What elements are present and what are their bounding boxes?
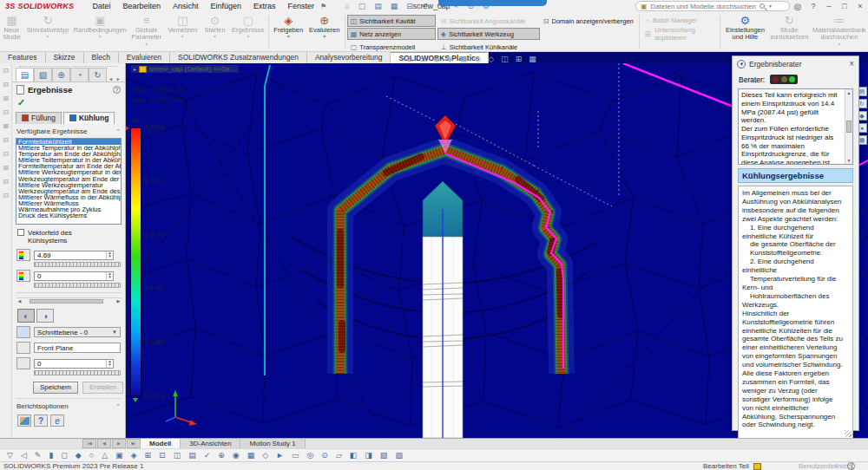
side-tool-icon[interactable]: ⊡ bbox=[3, 192, 9, 199]
sketch-tool-icon[interactable]: ◫ bbox=[174, 451, 181, 460]
section-plane-select[interactable]: Schnittebene - 0▼ bbox=[34, 327, 121, 337]
max-scale-icon[interactable] bbox=[16, 249, 30, 261]
toggle-cooling-channels[interactable]: ⊥ Sichtbarkeit Kühlkanäle bbox=[437, 41, 540, 53]
tab-zusatzanwendungen[interactable]: SOLIDWORKS Zusatzanwendungen bbox=[170, 52, 307, 63]
release-button[interactable]: ◈ Freigeben▾ bbox=[271, 12, 306, 51]
settings-help-button[interactable]: ⚙ Einstellungen und Hilfe bbox=[722, 12, 768, 51]
side-tool-icon[interactable]: ⊡ bbox=[3, 108, 9, 116]
sketch-tool-icon[interactable]: ► bbox=[276, 451, 284, 460]
sketch-tool-icon[interactable]: ✎ bbox=[35, 451, 42, 460]
tab-skizze[interactable]: Skizze bbox=[46, 52, 84, 63]
duplicate-study-button[interactable]: ⊞ Untersuchung duplizieren bbox=[641, 28, 719, 39]
min-value-input[interactable] bbox=[35, 272, 106, 280]
material-database-button[interactable]: ≔ Materialdatenbank durchsuchen▾ bbox=[811, 12, 868, 51]
first-tab-button[interactable]: |◀ bbox=[82, 439, 96, 448]
results-listbox[interactable]: FormteilabkühlzeitMittlere Temperatur in… bbox=[16, 138, 122, 225]
sketch-tool-icon[interactable]: ◇ bbox=[262, 451, 268, 460]
sketch-tool-icon[interactable]: ▱ bbox=[336, 451, 342, 460]
quick-access-icon[interactable]: ↶ bbox=[418, 2, 433, 10]
offset-spin-arrows[interactable]: ▲▼ bbox=[106, 360, 113, 368]
sketch-tool-icon[interactable]: △ bbox=[102, 451, 108, 460]
sketch-tool-icon[interactable]: ⊙ bbox=[321, 451, 328, 460]
simulation-type-button[interactable]: ↻ Simulationstyp▾ bbox=[23, 12, 72, 51]
view-tool-icon[interactable]: ◉ bbox=[433, 55, 440, 63]
save-button[interactable]: Speichern bbox=[33, 382, 78, 394]
sketch-tool-icon[interactable]: ✓ bbox=[204, 451, 211, 460]
sketch-tool-icon[interactable]: ◻ bbox=[61, 451, 67, 460]
max-spin-arrows[interactable]: ▲▼ bbox=[106, 251, 113, 259]
view-tool-icon[interactable]: ⊡ bbox=[420, 55, 427, 63]
sketch-tool-icon[interactable]: ▦ bbox=[247, 451, 255, 460]
tab-configuration-icon[interactable]: ⊕ bbox=[52, 68, 70, 82]
viewport-tree-label[interactable]: ▸ screw_cap (Default) <<De... bbox=[131, 65, 239, 73]
side-tool-icon[interactable]: ⊡ bbox=[3, 150, 9, 158]
tab-features[interactable]: Features bbox=[0, 52, 46, 63]
toggle-mold-visibility[interactable]: ◈ Sichtbarkeit Werkzeug bbox=[437, 28, 540, 40]
max-value-field[interactable]: ▲▼ bbox=[34, 251, 114, 260]
tab-propertymanager-icon[interactable]: ▧ bbox=[34, 68, 52, 82]
sketch-tool-icon[interactable]: ▭ bbox=[292, 451, 299, 460]
min-spin-arrows[interactable]: ▲▼ bbox=[106, 272, 113, 280]
summary-scrollbar[interactable]: ▲▼ bbox=[845, 89, 852, 164]
menu-ansicht[interactable]: Ansicht bbox=[167, 2, 205, 10]
max-value-input[interactable] bbox=[35, 251, 106, 259]
result-list-item[interactable]: Druck des Kühlsystems bbox=[16, 212, 121, 219]
collapse-chevron-icon[interactable]: ⌃ bbox=[115, 128, 121, 135]
tab-featuremanager-icon[interactable]: ▤ bbox=[16, 68, 34, 82]
restore-button[interactable]: □ bbox=[837, 2, 852, 10]
quick-access-icon[interactable]: ▢ bbox=[354, 2, 371, 10]
expand-arrow-icon[interactable]: ▸ bbox=[134, 66, 136, 72]
view-tool-icon[interactable]: ⊕ bbox=[406, 55, 413, 63]
report-help-icon[interactable]: ? bbox=[34, 415, 48, 427]
view-tool-icon[interactable]: ▣ bbox=[460, 55, 468, 63]
status-custom-label[interactable]: Benutzerdefiniert bbox=[799, 462, 851, 470]
section-flip-button[interactable]: ◐ bbox=[17, 309, 35, 323]
next-tab-button[interactable]: ▶ bbox=[112, 439, 126, 448]
sketch-tool-icon[interactable]: ⊕ bbox=[218, 451, 225, 460]
tab-dimxpert-icon[interactable]: ◔ bbox=[70, 68, 89, 82]
sketch-tool-icon[interactable]: ▮ bbox=[49, 451, 53, 460]
sketch-tool-icon[interactable]: ⊡ bbox=[159, 451, 166, 460]
tab-analysevorbereitung[interactable]: Analysevorbereitung bbox=[307, 52, 391, 63]
section-cap-button[interactable]: ◑ bbox=[36, 309, 54, 323]
menu-extras[interactable]: Extras bbox=[247, 2, 282, 10]
sketch-tool-icon[interactable]: ▨ bbox=[395, 451, 403, 460]
prev-tab-button[interactable]: ◀ bbox=[97, 439, 111, 448]
report-chart-icon[interactable] bbox=[17, 415, 31, 427]
ok-check-icon[interactable]: ✓ bbox=[12, 97, 125, 110]
toggle-transparent-model[interactable]: ▢ Transparenzmodell bbox=[347, 41, 436, 53]
tab-modell[interactable]: Modell bbox=[141, 439, 181, 448]
menu-bearbeiten[interactable]: Bearbeiten bbox=[116, 2, 167, 10]
sketch-tool-icon[interactable]: ◁ bbox=[21, 451, 27, 460]
advisor-close-icon[interactable]: × bbox=[849, 59, 854, 69]
resize-grip[interactable] bbox=[845, 430, 852, 437]
min-scale-icon[interactable] bbox=[16, 270, 30, 282]
tab-strip-arrows[interactable]: ◂ ▸ bbox=[109, 75, 122, 82]
create-button[interactable]: Erstellen bbox=[82, 382, 123, 394]
tab-evaluieren[interactable]: Evaluieren bbox=[119, 52, 170, 63]
evaluate-button[interactable]: ⊕ Evaluieren▾ bbox=[306, 12, 343, 51]
minimize-button[interactable]: – bbox=[821, 2, 837, 10]
results-hscrollbar[interactable]: ◀▶ bbox=[16, 297, 122, 304]
view-tool-icon[interactable]: ◎ bbox=[474, 55, 481, 63]
legend-max-marker[interactable] bbox=[126, 125, 129, 132]
reset-study-button[interactable]: ↻ Studie zurücksetzen bbox=[768, 12, 811, 51]
toggle-domain-visibility[interactable]: ⊡ Domain anzeigen/verbergen bbox=[540, 15, 637, 27]
help-icon[interactable]: ? bbox=[806, 2, 821, 10]
search-input[interactable]: ▣ Dateien und Modelle durchsuchen ▼ bbox=[635, 1, 790, 11]
sketch-tool-icon[interactable]: ◉ bbox=[233, 451, 240, 460]
sketch-tool-icon[interactable]: ◈ bbox=[131, 451, 137, 460]
offset-input[interactable] bbox=[35, 360, 106, 368]
run-button[interactable]: ⊙ Starten▾ bbox=[201, 12, 230, 51]
side-tool-icon[interactable]: ⊟ bbox=[3, 81, 9, 88]
tab-fuellung[interactable]: Füllung bbox=[16, 112, 62, 124]
global-parameters-button[interactable]: ≡ Globale Parameter▾ bbox=[128, 12, 165, 51]
collapse-chevron-icon[interactable]: ⌃ bbox=[115, 403, 121, 410]
tab-displaymanager-icon[interactable]: ↻ bbox=[89, 68, 107, 82]
quick-access-icon[interactable]: ⌂ bbox=[340, 2, 353, 10]
tab-3d-ansichten[interactable]: 3D-Ansichten bbox=[181, 439, 240, 448]
mesh-button[interactable]: ◫ Vernetzen▾ bbox=[165, 12, 201, 51]
new-study-button[interactable]: ▦ Neue Studie bbox=[0, 12, 23, 51]
side-tool-icon[interactable]: ⊠ bbox=[3, 122, 9, 130]
view-tool-icon[interactable]: ◈ bbox=[447, 55, 453, 63]
